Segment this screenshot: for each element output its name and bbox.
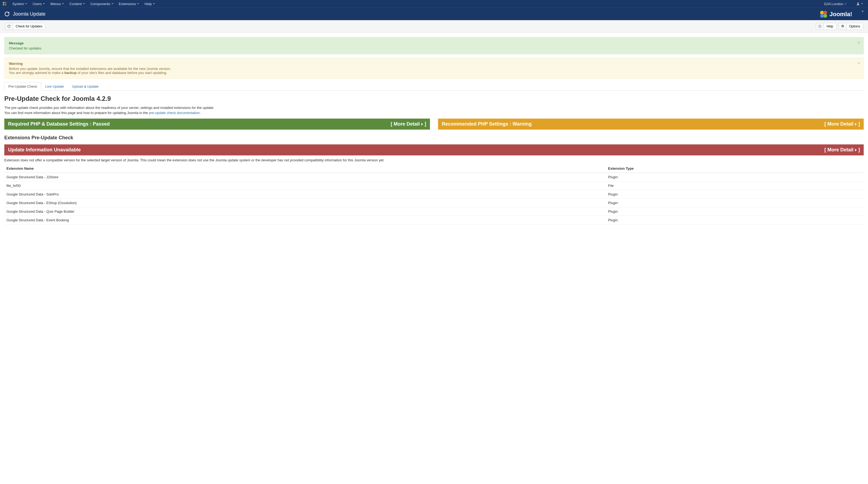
cell-extension-name: Google Structured Data - J2Store — [4, 173, 606, 182]
menu-users[interactable]: Users — [30, 0, 48, 7]
options-button[interactable]: Options — [838, 23, 863, 30]
cell-extension-name: Google Structured Data - SobiPro — [4, 190, 606, 199]
tab-live-update[interactable]: Live Update — [41, 82, 68, 91]
check-updates-button[interactable]: Check for Updates — [5, 23, 45, 30]
more-detail-toggle[interactable]: [ More Detail] — [825, 121, 860, 127]
alert-heading: Message — [9, 41, 859, 45]
table-row: Google Structured Data - Quix Page Build… — [4, 207, 864, 216]
recommended-settings-panel[interactable]: Recommended PHP Settings : Warning [ Mor… — [438, 119, 864, 130]
cell-extension-type: Plugin — [606, 207, 864, 216]
chevron-right-icon — [855, 149, 857, 151]
required-settings-panel[interactable]: Required PHP & Database Settings : Passe… — [4, 119, 430, 130]
joomla-brand-logo: Joomla! ® — [819, 9, 864, 19]
alert-body: Checked for updates. — [9, 46, 859, 50]
page-title-wrap: Joomla Update — [4, 11, 45, 17]
settings-panels-row: Required PHP & Database Settings : Passe… — [4, 119, 864, 130]
svg-point-2 — [3, 4, 4, 6]
tab-upload-update[interactable]: Upload & Update — [68, 82, 102, 91]
intro-line1: The pre-update check provides you with i… — [4, 106, 864, 110]
menu-components[interactable]: Components — [88, 0, 116, 7]
chevron-right-icon — [421, 123, 423, 126]
svg-point-3 — [5, 4, 6, 6]
chevron-right-icon — [855, 123, 857, 126]
close-icon[interactable]: × — [857, 40, 860, 46]
tabs: Pre-Update Check Live Update Upload & Up… — [4, 82, 864, 91]
refresh-icon — [5, 23, 13, 29]
svg-point-8 — [823, 14, 827, 18]
cell-extension-type: Plugin — [606, 199, 864, 207]
table-row: Google Structured Data - EShop (Ossoluti… — [4, 199, 864, 207]
page-header: Joomla Update Joomla! ® — [0, 7, 868, 20]
svg-text:Joomla!: Joomla! — [830, 11, 852, 18]
page-title: Joomla Update — [13, 11, 45, 17]
question-icon: ? — [816, 23, 824, 29]
menu-content[interactable]: Content — [67, 0, 88, 7]
refresh-icon — [4, 11, 10, 17]
tab-preupdate-check[interactable]: Pre-Update Check — [4, 82, 41, 91]
svg-point-4 — [858, 2, 859, 4]
more-detail-toggle[interactable]: [ More Detail] — [825, 147, 860, 153]
cell-extension-type: Plugin — [606, 190, 864, 199]
table-row: Google Structured Data - J2StorePlugin — [4, 173, 864, 182]
extensions-table: Extension Name Extension Type Google Str… — [4, 164, 864, 225]
alert-body-line2: You are strongly advised to make a backu… — [9, 71, 859, 75]
table-row: Google Structured Data - SobiProPlugin — [4, 190, 864, 199]
table-row: Google Structured Data - Event BookingPl… — [4, 216, 864, 225]
svg-text:®: ® — [862, 10, 863, 13]
col-extension-type: Extension Type — [606, 164, 864, 173]
cell-extension-name: Google Structured Data - EShop (Ossoluti… — [4, 199, 606, 207]
alert-body-line1: Before you update Joomla, ensure that th… — [9, 67, 859, 71]
cell-extension-type: Plugin — [606, 173, 864, 182]
docs-link[interactable]: pre-update check documentation — [149, 111, 199, 115]
extensions-desc: Extension does not offer a compatible ve… — [4, 158, 864, 162]
close-icon[interactable]: × — [857, 61, 860, 66]
joomla-logo-icon — [2, 1, 7, 6]
alert-heading: Warning — [9, 62, 859, 66]
cell-extension-name: Google Structured Data - Quix Page Build… — [4, 207, 606, 216]
menu-menus[interactable]: Menus — [48, 0, 67, 7]
user-menu[interactable] — [854, 0, 866, 7]
table-row: file_fof30File — [4, 182, 864, 190]
svg-text:?: ? — [819, 26, 820, 27]
more-detail-toggle[interactable]: [ More Detail] — [391, 121, 426, 127]
svg-point-6 — [823, 11, 827, 14]
intro-line2: You can find more information about this… — [4, 111, 864, 115]
alert-warning: × Warning Before you update Joomla, ensu… — [4, 58, 864, 79]
menu-system[interactable]: System — [10, 0, 30, 7]
site-link[interactable]: DJA London ⇗ — [822, 0, 849, 7]
help-button[interactable]: ? Help — [816, 23, 836, 30]
cell-extension-type: Plugin — [606, 216, 864, 225]
topbar-right: DJA London ⇗ — [822, 0, 866, 7]
update-unavailable-panel[interactable]: Update Information Unavailable [ More De… — [4, 144, 864, 155]
admin-topbar: System Users Menus Content Components Ex… — [0, 0, 868, 7]
preupdate-heading: Pre-Update Check for Joomla 4.2.9 — [4, 95, 864, 102]
svg-point-7 — [820, 14, 824, 18]
menu-extensions[interactable]: Extensions — [116, 0, 142, 7]
extensions-heading: Extensions Pre-Update Check — [4, 135, 864, 141]
external-link-icon: ⇗ — [844, 2, 846, 5]
main-content: × Message Checked for updates. × Warning… — [0, 33, 868, 229]
topbar-left: System Users Menus Content Components Ex… — [2, 0, 158, 7]
svg-point-5 — [820, 11, 824, 14]
svg-point-0 — [3, 2, 4, 3]
col-extension-name: Extension Name — [4, 164, 606, 173]
svg-point-1 — [5, 2, 6, 3]
action-toolbar: Check for Updates ? Help Options — [0, 20, 868, 33]
cell-extension-name: file_fof30 — [4, 182, 606, 190]
user-icon — [856, 2, 860, 6]
cell-extension-name: Google Structured Data - Event Booking — [4, 216, 606, 225]
gear-icon — [839, 23, 846, 29]
cell-extension-type: File — [606, 182, 864, 190]
alert-message: × Message Checked for updates. — [4, 37, 864, 54]
menu-help[interactable]: Help — [142, 0, 158, 7]
